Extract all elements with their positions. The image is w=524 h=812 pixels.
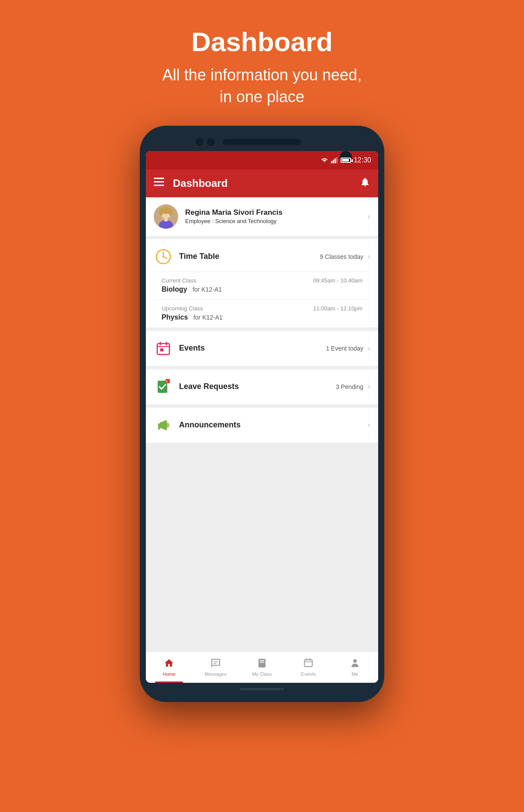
upcoming-class-header: Upcoming Class 11:00am - 12.10pm <box>162 305 362 312</box>
events-title: Events <box>179 344 326 353</box>
profile-card[interactable]: Regina Maria Sivori Francis Employee : S… <box>146 197 378 236</box>
myclass-icon <box>257 658 267 670</box>
nav-myclass-label: My Class <box>252 671 272 677</box>
leave-card-header: ! Leave Requests 3 Pending › <box>154 377 370 396</box>
speaker-grille <box>223 139 301 145</box>
phone-shell: 12:30 Dashboard <box>140 126 384 702</box>
events-chevron: › <box>368 344 370 353</box>
svg-rect-13 <box>164 218 168 221</box>
leave-icon: ! <box>154 377 173 396</box>
leave-requests-card[interactable]: ! Leave Requests 3 Pending › <box>146 369 378 404</box>
timetable-card-header: Time Table 9 Classes today › <box>154 247 370 266</box>
announcements-card[interactable]: Announcements › <box>146 408 378 443</box>
svg-point-28 <box>166 423 169 428</box>
announcements-title: Announcements <box>179 420 368 430</box>
me-icon <box>350 658 360 670</box>
events-nav-icon <box>303 658 314 670</box>
svg-marker-27 <box>160 420 167 430</box>
hero-subtitle: All the information you need, in one pla… <box>162 64 362 108</box>
nav-messages-label: Messages <box>205 671 227 677</box>
events-card[interactable]: Events 1 Event today › <box>146 331 378 366</box>
battery-icon <box>341 158 351 163</box>
nav-home-label: Home <box>163 671 176 677</box>
svg-rect-33 <box>304 660 312 667</box>
announcements-card-header: Announcements › <box>154 416 370 435</box>
leave-chevron: › <box>368 382 370 391</box>
leave-badge: 3 Pending <box>336 383 363 390</box>
events-card-header: Events 1 Event today › <box>154 339 370 358</box>
profile-name: Regina Maria Sivori Francis <box>185 208 367 217</box>
nav-events[interactable]: Events <box>285 652 331 683</box>
announcements-chevron: › <box>368 420 370 430</box>
svg-rect-1 <box>333 160 334 163</box>
timetable-title: Time Table <box>179 252 320 261</box>
svg-point-11 <box>169 209 173 216</box>
home-bar <box>240 688 284 690</box>
svg-rect-5 <box>154 181 164 182</box>
nav-myclass[interactable]: My Class <box>239 652 285 683</box>
timetable-chevron: › <box>368 252 370 261</box>
svg-rect-29 <box>158 427 160 430</box>
screen-content: Regina Maria Sivori Francis Employee : S… <box>146 197 378 651</box>
status-time: 12:30 <box>354 156 371 164</box>
nav-messages[interactable]: Messages <box>192 652 238 683</box>
nav-me-label: Me <box>352 671 358 677</box>
home-icon <box>164 658 174 670</box>
profile-info: Regina Maria Sivori Francis Employee : S… <box>185 208 367 224</box>
app-bar-title: Dashboard <box>173 177 360 189</box>
events-badge: 1 Event today <box>326 345 363 352</box>
profile-chevron: › <box>367 211 370 221</box>
avatar <box>154 204 178 229</box>
nav-me[interactable]: Me <box>332 652 378 683</box>
timetable-card[interactable]: Time Table 9 Classes today › Current Cla… <box>146 239 378 327</box>
svg-rect-4 <box>154 178 164 179</box>
svg-marker-26 <box>158 423 160 427</box>
current-class-info: Biology for K12-A1 <box>162 286 362 293</box>
phone-bottom <box>240 683 284 696</box>
upcoming-class-row: Upcoming Class 11:00am - 12.10pm Physics… <box>154 299 370 327</box>
app-bar: Dashboard <box>146 169 378 197</box>
profile-role: Employee : Science and Technology <box>185 218 367 224</box>
events-icon <box>154 339 173 358</box>
wifi-icon <box>321 157 328 163</box>
svg-line-17 <box>163 257 167 258</box>
bell-icon[interactable] <box>360 177 370 190</box>
hero-section: Dashboard All the information you need, … <box>162 0 362 126</box>
svg-rect-0 <box>331 161 332 163</box>
svg-rect-2 <box>334 158 336 163</box>
svg-point-10 <box>159 209 163 216</box>
timetable-icon <box>154 247 173 266</box>
signal-icon <box>331 157 338 163</box>
messages-icon <box>210 658 221 670</box>
nav-events-label: Events <box>301 671 316 677</box>
svg-text:!: ! <box>166 379 168 384</box>
upcoming-class-info: Physics for K12-A1 <box>162 313 362 321</box>
svg-rect-32 <box>260 664 262 665</box>
announcements-icon <box>154 416 173 435</box>
svg-rect-3 <box>336 157 338 163</box>
leave-title: Leave Requests <box>179 382 336 391</box>
phone-screen: 12:30 Dashboard <box>146 151 378 683</box>
svg-rect-6 <box>154 185 164 186</box>
timetable-badge: 9 Classes today <box>320 253 363 260</box>
hamburger-icon[interactable] <box>154 178 164 189</box>
svg-point-37 <box>353 659 357 663</box>
bottom-nav: Home Messages <box>146 651 378 683</box>
current-class-row: Current Class 09:45am - 10.40am Biology … <box>154 272 370 299</box>
svg-rect-22 <box>160 348 163 351</box>
current-class-header: Current Class 09:45am - 10.40am <box>162 277 362 284</box>
hero-title: Dashboard <box>162 26 362 57</box>
nav-home[interactable]: Home <box>146 652 192 683</box>
